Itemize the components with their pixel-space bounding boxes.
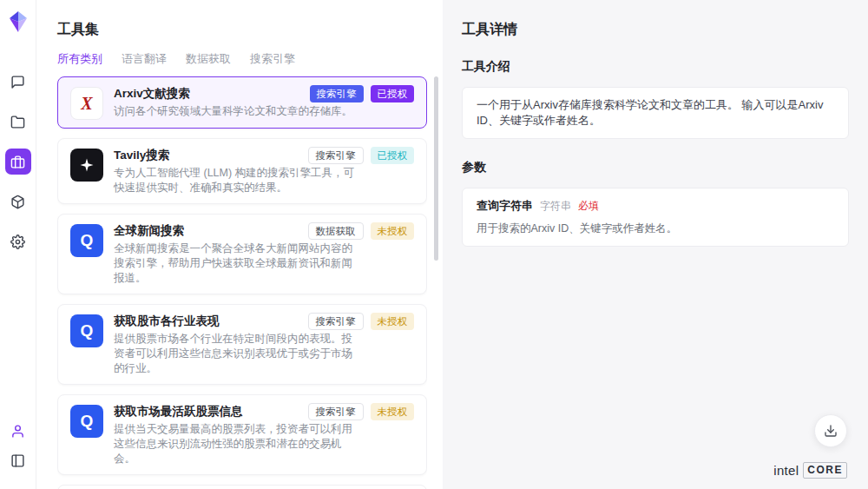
tool-intro-card: 一个用于从Arxiv存储库搜索科学论文和文章的工具。 输入可以是Arxiv ID… (462, 87, 849, 139)
auth-badge: 已授权 (371, 147, 415, 164)
arxiv-logo-icon: X (70, 87, 103, 120)
tavily-logo-icon (70, 149, 103, 182)
app-root: 工具集 所有类别 语言翻译 数据获取 搜索引擎 X Arxiv文献搜索 搜索引擎… (0, 0, 868, 489)
tool-description: 全球新闻搜索是一个聚合全球各大新闻网站内容的搜索引擎，帮助用户快速获取全球最新资… (114, 241, 362, 286)
folder-icon[interactable] (5, 109, 31, 135)
tool-title: 获取市场最活跃股票信息 (114, 403, 243, 420)
scrollbar-thumb[interactable] (434, 76, 438, 261)
tool-title: 全球新闻搜索 (114, 222, 184, 239)
alapi-logo-icon: Q (70, 314, 103, 347)
tab-data-fetch[interactable]: 数据获取 (186, 52, 231, 66)
tool-card-regional-news[interactable]: 万维地区新闻查询 搜索引擎 未授权 查询具体行政区划内的新闻，快速了解各地新闻动 (57, 485, 427, 489)
tool-title: 获取股市各行业表现 (114, 313, 220, 329)
download-icon (824, 424, 838, 438)
tab-translation[interactable]: 语言翻译 (122, 52, 167, 66)
alapi-logo-icon: Q (70, 224, 103, 257)
category-badge: 搜索引擎 (310, 85, 364, 102)
param-card: 查询字符串 字符串 必填 用于搜索的Arxiv ID、关键字或作者姓名。 (462, 188, 849, 247)
tool-title: Tavily搜索 (114, 147, 169, 163)
gear-icon[interactable] (5, 228, 31, 254)
category-badge: 搜索引擎 (308, 313, 364, 330)
param-name: 查询字符串 (477, 198, 533, 214)
auth-badge: 未授权 (371, 403, 415, 420)
panel-toggle-icon[interactable] (5, 447, 31, 473)
auth-badge: 未授权 (371, 313, 415, 330)
tool-card-arxiv[interactable]: X Arxiv文献搜索 搜索引擎 已授权 访问各个研究领域大量科学论文和文章的存… (57, 76, 427, 129)
tool-title: Arxiv文献搜索 (114, 85, 190, 102)
param-description: 用于搜索的Arxiv ID、关键字或作者姓名。 (477, 221, 834, 236)
chat-icon[interactable] (5, 69, 31, 95)
tool-description: 提供股票市场各个行业在特定时间段内的表现。投资者可以利用这些信息来识别表现优于或… (114, 332, 362, 376)
category-badge: 搜索引擎 (308, 403, 364, 420)
tool-card-sector-performance[interactable]: Q 获取股市各行业表现 搜索引擎 未授权 提供股票市场各个行业在特定时间段内的表… (57, 304, 427, 385)
tool-list-panel: 工具集 所有类别 语言翻译 数据获取 搜索引擎 X Arxiv文献搜索 搜索引擎… (36, 0, 443, 489)
detail-title: 工具详情 (462, 21, 849, 38)
intel-core-logo: intel CORE (773, 462, 847, 479)
param-required-badge: 必填 (578, 198, 599, 214)
auth-badge: 已授权 (371, 85, 415, 102)
app-logo[interactable] (9, 10, 28, 36)
auth-badge: 未授权 (371, 222, 415, 240)
param-type: 字符串 (540, 198, 571, 214)
sidebar (0, 0, 36, 489)
sidebar-bottom (5, 418, 31, 477)
tool-description: 专为人工智能代理 (LLM) 构建的搜索引擎工具，可快速提供实时、准确和真实的结… (114, 166, 362, 195)
tool-description: 提供当天交易量最高的股票列表，投资者可以利用这些信息来识别流动性强的股票和潜在的… (114, 422, 362, 466)
tab-search-engine[interactable]: 搜索引擎 (250, 52, 295, 66)
tool-description: 访问各个研究领域大量科学论文和文章的存储库。 (114, 104, 362, 119)
box-icon[interactable] (5, 188, 31, 215)
intro-section-title: 工具介绍 (462, 59, 849, 75)
category-tabs: 所有类别 语言翻译 数据获取 搜索引擎 (57, 52, 443, 66)
category-badge: 搜索引擎 (308, 147, 364, 164)
list-scrollbar (434, 76, 438, 486)
page-title: 工具集 (57, 21, 443, 38)
tool-detail-panel: 工具详情 工具介绍 一个用于从Arxiv存储库搜索科学论文和文章的工具。 输入可… (443, 0, 868, 489)
tool-card-list: X Arxiv文献搜索 搜索引擎 已授权 访问各个研究领域大量科学论文和文章的存… (57, 76, 427, 489)
params-section-title: 参数 (462, 160, 849, 175)
tab-all-categories[interactable]: 所有类别 (57, 52, 102, 66)
briefcase-icon[interactable] (5, 149, 31, 175)
tool-card-tavily[interactable]: Tavily搜索 搜索引擎 已授权 专为人工智能代理 (LLM) 构建的搜索引擎… (57, 138, 427, 204)
alapi-logo-icon: Q (70, 405, 103, 438)
category-badge: 数据获取 (308, 222, 364, 240)
tool-card-global-news[interactable]: Q 全球新闻搜索 数据获取 未授权 全球新闻搜索是一个聚合全球各大新闻网站内容的… (57, 214, 427, 294)
download-button[interactable] (814, 414, 847, 447)
tool-card-active-stocks[interactable]: Q 获取市场最活跃股票信息 搜索引擎 未授权 提供当天交易量最高的股票列表，投资… (57, 394, 427, 475)
user-icon[interactable] (5, 418, 31, 444)
